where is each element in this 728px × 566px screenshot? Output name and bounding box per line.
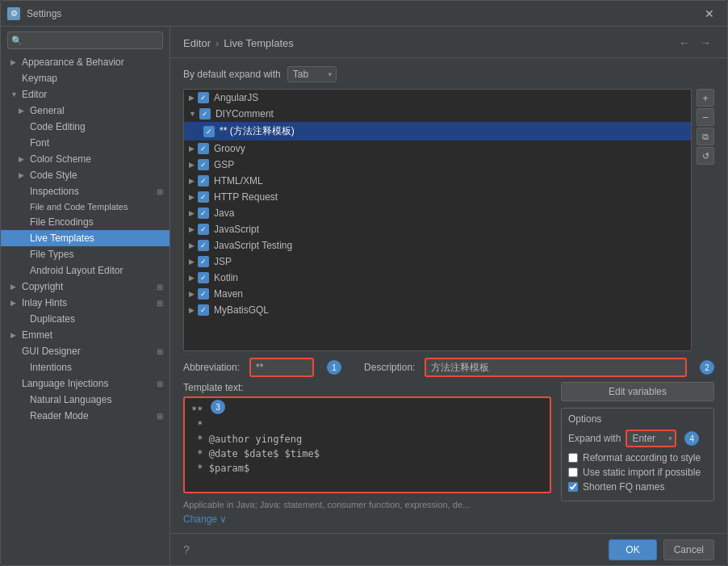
- search-input[interactable]: [7, 31, 163, 49]
- check-http[interactable]: [198, 191, 209, 203]
- edit-variables-button[interactable]: Edit variables: [561, 382, 714, 401]
- sidebar-item-code-editing[interactable]: Code Editing: [1, 119, 169, 135]
- expand-arrow-appearance: ▶: [10, 58, 19, 66]
- sidebar-item-general[interactable]: ▶ General: [1, 103, 169, 119]
- expand-arrow-gui: [10, 347, 19, 355]
- sidebar-item-copyright[interactable]: ▶ Copyright ⊞: [1, 279, 169, 295]
- app-icon: ⚙: [7, 7, 20, 20]
- expand-arrow-android: [19, 266, 27, 275]
- shorten-fq-checkbox[interactable]: [568, 482, 578, 492]
- sidebar-item-file-encodings[interactable]: File Encodings: [1, 214, 169, 230]
- template-group-java[interactable]: ▶ Java: [184, 205, 691, 221]
- sidebar-item-label-int: Intentions: [30, 362, 72, 373]
- template-group-angularjs[interactable]: ▶ AngularJS: [184, 90, 691, 106]
- check-htmlxml[interactable]: [198, 175, 209, 187]
- abbreviation-input[interactable]: [249, 358, 314, 377]
- template-group-diycomment[interactable]: ▼ DIYComment: [184, 106, 691, 122]
- sidebar-item-intentions[interactable]: Intentions: [1, 359, 169, 375]
- reformat-label: Reformat according to style: [583, 452, 701, 463]
- group-label-kotlin: Kotlin: [214, 272, 238, 283]
- sidebar-item-emmet[interactable]: ▶ Emmet: [1, 327, 169, 343]
- sidebar-item-inlay-hints[interactable]: ▶ Inlay Hints ⊞: [1, 295, 169, 311]
- options-title: Options: [568, 413, 707, 425]
- ok-button[interactable]: OK: [609, 539, 656, 560]
- sidebar-item-editor[interactable]: ▼ Editor: [1, 86, 169, 103]
- template-group-mybatis[interactable]: ▶ MyBatisGQL: [184, 302, 691, 318]
- template-text-input[interactable]: ** * * @author yingfeng * @date $date$ $…: [183, 396, 551, 493]
- sidebar-item-gui[interactable]: GUI Designer ⊞: [1, 343, 169, 359]
- check-mybatis[interactable]: [198, 304, 209, 316]
- nav-forward-button[interactable]: →: [697, 35, 714, 51]
- sidebar-item-label-general: General: [30, 105, 65, 116]
- check-diycomment[interactable]: [199, 108, 211, 119]
- template-group-maven[interactable]: ▶ Maven: [184, 286, 691, 302]
- check-js-testing[interactable]: [198, 240, 209, 251]
- sidebar-item-live-templates[interactable]: Live Templates: [1, 230, 169, 246]
- check-jsp[interactable]: [198, 256, 209, 267]
- sidebar-item-label-editor: Editor: [22, 89, 47, 100]
- sidebar-item-label-ft: File Types: [30, 249, 73, 260]
- check-js[interactable]: [198, 224, 209, 235]
- check-kotlin[interactable]: [198, 272, 209, 283]
- reformat-checkbox[interactable]: [568, 453, 578, 463]
- group-label-js: JavaScript: [214, 224, 259, 235]
- template-text-section: Template text: ** * * @author yingfeng *…: [183, 382, 714, 525]
- sidebar-item-duplicates[interactable]: Duplicates: [1, 311, 169, 327]
- expand-arrow-diycomment: ▼: [189, 110, 196, 118]
- expand-arrow-js: ▶: [189, 225, 195, 233]
- template-group-jsp[interactable]: ▶ JSP: [184, 254, 691, 270]
- remove-template-button[interactable]: −: [697, 108, 714, 126]
- sidebar-item-font[interactable]: Font: [1, 135, 169, 151]
- help-button[interactable]: ?: [183, 543, 190, 556]
- sidebar-item-natural[interactable]: Natural Languages: [1, 392, 169, 408]
- template-group-kotlin[interactable]: ▶ Kotlin: [184, 270, 691, 286]
- options-expand-select-wrapper: Enter Tab Space: [625, 430, 676, 447]
- sidebar-item-inspections[interactable]: Inspections ⊞: [1, 183, 169, 199]
- cancel-button[interactable]: Cancel: [663, 539, 714, 560]
- template-group-groovy[interactable]: ▶ Groovy: [184, 140, 691, 157]
- options-expand-select[interactable]: Enter Tab Space: [625, 430, 676, 447]
- restore-template-button[interactable]: ↺: [697, 147, 714, 165]
- group-label-mybatis: MyBatisGQL: [214, 304, 269, 316]
- check-gsp[interactable]: [198, 159, 209, 170]
- template-group-htmlxml[interactable]: ▶ HTML/XML: [184, 173, 691, 189]
- template-group-js[interactable]: ▶ JavaScript: [184, 221, 691, 237]
- close-button[interactable]: ✕: [698, 4, 721, 23]
- check-method[interactable]: [203, 126, 215, 137]
- add-template-button[interactable]: +: [697, 89, 714, 107]
- sidebar-item-keymap[interactable]: Keymap: [1, 70, 169, 86]
- change-link[interactable]: Change ∨: [183, 514, 227, 525]
- expand-arrow-kotlin: ▶: [189, 274, 195, 282]
- static-import-checkbox[interactable]: [568, 467, 578, 477]
- template-item-method[interactable]: ** (方法注释模板): [184, 122, 691, 140]
- check-java[interactable]: [198, 208, 209, 219]
- expand-select[interactable]: Tab Enter Space: [287, 66, 337, 82]
- group-label-angularjs: AngularJS: [214, 92, 258, 103]
- template-group-js-testing[interactable]: ▶ JavaScript Testing: [184, 237, 691, 254]
- sidebar-item-file-types[interactable]: File Types: [1, 246, 169, 262]
- sidebar-item-label-code-editing: Code Editing: [30, 121, 86, 132]
- description-input[interactable]: [425, 358, 687, 377]
- copy-template-button[interactable]: ⧉: [697, 128, 714, 145]
- sidebar-item-label-android: Android Layout Editor: [30, 265, 123, 276]
- check-groovy[interactable]: [198, 143, 209, 154]
- sidebar-item-file-code-templates[interactable]: File and Code Templates: [1, 199, 169, 214]
- check-maven[interactable]: [198, 288, 209, 300]
- breadcrumb-sep: ›: [215, 37, 219, 49]
- template-group-gsp[interactable]: ▶ GSP: [184, 157, 691, 173]
- sidebar-item-lang-inject[interactable]: Language Injections ⊞: [1, 375, 169, 392]
- sidebar-item-code-style[interactable]: ▶ Code Style: [1, 167, 169, 183]
- sidebar-item-android[interactable]: Android Layout Editor: [1, 262, 169, 279]
- template-group-http[interactable]: ▶ HTTP Request: [184, 189, 691, 205]
- sidebar-item-label-li: Language Injections: [22, 378, 108, 389]
- expand-arrow-copyright: ▶: [10, 283, 19, 291]
- nav-back-button[interactable]: ←: [676, 35, 693, 51]
- sidebar-item-appearance[interactable]: ▶ Appearance & Behavior: [1, 54, 169, 70]
- sidebar-item-label-copyright: Copyright: [22, 281, 63, 292]
- static-import-row: Use static import if possible: [568, 467, 707, 478]
- expand-arrow-angularjs: ▶: [189, 94, 195, 102]
- sidebar-item-color-scheme[interactable]: ▶ Color Scheme: [1, 151, 169, 167]
- search-box: 🔍: [7, 31, 163, 49]
- check-angularjs[interactable]: [198, 92, 209, 103]
- sidebar-item-reader-mode[interactable]: Reader Mode ⊞: [1, 408, 169, 424]
